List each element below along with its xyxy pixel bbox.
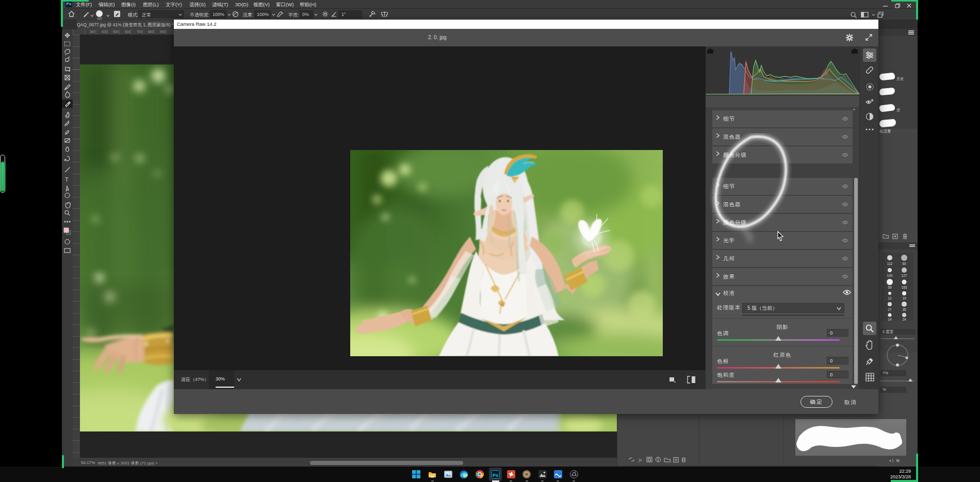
svg-text:59: 59 [888,286,892,289]
svg-text:fx: fx [639,457,642,462]
svg-text:183: 183 [902,286,907,289]
svg-text:100: 100 [887,274,893,277]
svg-text:35: 35 [902,308,906,311]
svg-text:112: 112 [887,262,893,265]
svg-text:19: 19 [902,296,906,300]
svg-text:12: 12 [888,296,892,300]
svg-text:60: 60 [902,262,906,265]
svg-text:24: 24 [902,318,906,321]
svg-text:T: T [65,176,69,182]
svg-text:127: 127 [902,274,907,277]
svg-text:Ps: Ps [493,472,499,478]
svg-text:27: 27 [888,308,892,311]
svg-text:14: 14 [888,318,892,321]
